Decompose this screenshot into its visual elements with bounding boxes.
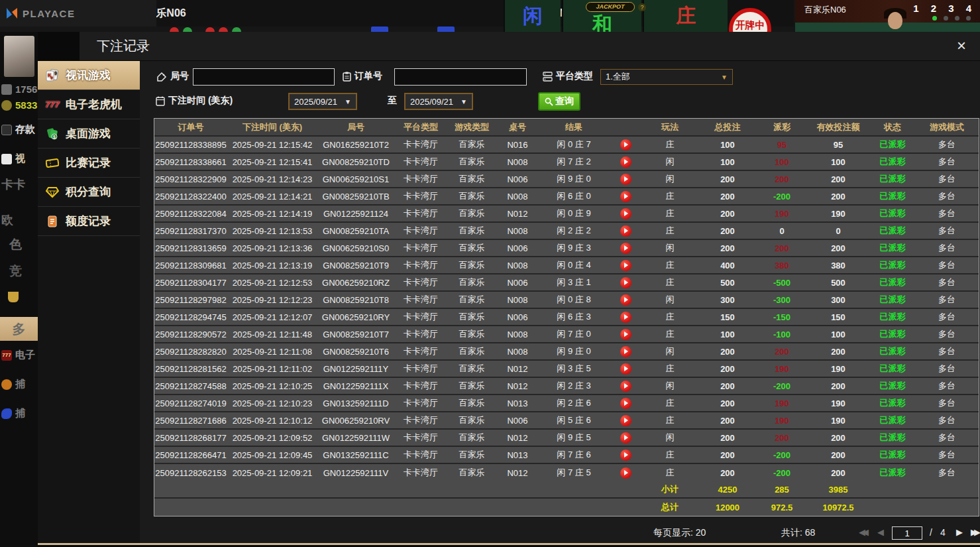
- user-icon: [1, 84, 12, 95]
- cell-bet-time: 2025-09-21 12:14:21: [227, 192, 317, 202]
- subtotal-payout: 285: [757, 485, 806, 495]
- cell-game-mode: 多台: [915, 328, 979, 340]
- cell-order-number: 250921128266471: [154, 450, 227, 460]
- cell-valid-bet: 190: [806, 364, 870, 374]
- replay-icon[interactable]: [620, 208, 631, 219]
- replay-icon[interactable]: [620, 363, 631, 375]
- menu-item-match-records[interactable]: 比赛记录: [38, 149, 140, 178]
- cell-valid-bet: 190: [806, 209, 870, 219]
- replay-icon[interactable]: [620, 225, 631, 237]
- replay-icon[interactable]: [620, 432, 631, 444]
- close-icon[interactable]: ×: [952, 37, 971, 56]
- bg-europe-item: 欧: [1, 212, 38, 228]
- cell-table-number: N012: [496, 433, 539, 443]
- replay-icon[interactable]: [620, 346, 631, 357]
- cell-round-number: GN0122592111Y: [317, 364, 394, 374]
- cell-platform: 卡卡湾厅: [394, 328, 447, 340]
- round-number-input[interactable]: [193, 68, 335, 86]
- cell-table-number: N008: [496, 261, 539, 271]
- cell-total-bet: 500: [698, 278, 757, 288]
- cell-replay: [609, 294, 642, 306]
- cell-game-type: 百家乐: [447, 156, 496, 168]
- background-top-bar: 1 台号:百家乐N06 游戏局号:GN006259210S4 PLAYACE 闲…: [0, 0, 980, 32]
- col-header-payout: 派彩: [757, 121, 806, 133]
- next-page-icon[interactable]: ▶: [956, 527, 963, 537]
- cell-valid-bet: 200: [806, 468, 870, 478]
- cell-play-type: 庄: [642, 311, 698, 323]
- order-number-input[interactable]: [394, 68, 527, 86]
- replay-icon[interactable]: [620, 381, 631, 392]
- cell-platform: 卡卡湾厅: [394, 225, 447, 237]
- diamond-icon: [44, 185, 60, 200]
- cell-bet-time: 2025-09-21 12:13:36: [227, 243, 317, 253]
- menu-item-slots[interactable]: 777 电子老虎机: [38, 90, 140, 119]
- cell-status: 已派彩: [870, 380, 915, 392]
- table-row: 250921128282820 2025-09-21 12:11:08 GN00…: [154, 343, 979, 361]
- cell-game-type: 百家乐: [447, 414, 496, 426]
- replay-icon[interactable]: [620, 450, 631, 461]
- col-header-order: 订单号: [154, 121, 227, 133]
- cell-round-number: GN008259210T6: [317, 347, 394, 357]
- cell-game-mode: 多台: [915, 414, 979, 426]
- replay-icon[interactable]: [620, 191, 631, 202]
- replay-icon[interactable]: [620, 277, 631, 288]
- replay-icon[interactable]: [620, 312, 631, 323]
- cell-game-type: 百家乐: [447, 311, 496, 323]
- order-filter-label: 订单号: [343, 70, 382, 82]
- page-number-input[interactable]: [892, 526, 922, 540]
- cell-valid-bet: 200: [806, 381, 870, 391]
- replay-icon[interactable]: [620, 156, 631, 168]
- cell-bet-time: 2025-09-21 12:09:21: [227, 468, 317, 478]
- fish-icon: [1, 408, 12, 419]
- date-from-value: 2025/09/21: [294, 97, 337, 107]
- cell-table-number: N008: [496, 295, 539, 305]
- cell-valid-bet: 380: [806, 261, 870, 271]
- brand-logo: PLAYACE: [0, 0, 156, 27]
- replay-icon[interactable]: [620, 174, 631, 185]
- round-filter-label: 局号: [157, 70, 189, 82]
- cell-round-number: GN0132592111D: [317, 398, 394, 408]
- cell-result: 闲 0 庄 7: [539, 139, 609, 151]
- replay-icon[interactable]: [620, 398, 631, 409]
- replay-icon[interactable]: [620, 294, 631, 306]
- cell-status: 已派彩: [870, 173, 915, 185]
- replay-icon[interactable]: [620, 260, 631, 271]
- replay-icon[interactable]: [620, 415, 631, 426]
- query-button[interactable]: 查询: [538, 92, 580, 111]
- replay-icon[interactable]: [620, 139, 631, 151]
- platform-type-select[interactable]: 1.全部 ▼: [600, 69, 733, 85]
- replay-icon[interactable]: [620, 467, 631, 479]
- cell-table-number: N012: [496, 364, 539, 374]
- replay-icon[interactable]: [620, 329, 631, 340]
- menu-item-quota-records[interactable]: 额度记录: [38, 207, 140, 236]
- cell-replay: [609, 156, 642, 168]
- replay-icon[interactable]: [620, 243, 631, 254]
- cell-order-number: 250921128322084: [154, 209, 227, 219]
- menu-item-points-query[interactable]: 积分查询: [38, 178, 140, 207]
- cell-game-type: 百家乐: [447, 345, 496, 357]
- cell-order-number: 250921128274019: [154, 398, 227, 408]
- prev-page-icon[interactable]: ◀: [877, 527, 884, 537]
- cell-status: 已派彩: [870, 467, 915, 479]
- table-row: 250921128338661 2025-09-21 12:15:41 GN00…: [154, 154, 979, 171]
- score-glyph: [371, 27, 388, 32]
- cell-table-number: N008: [496, 347, 539, 357]
- last-page-icon[interactable]: ▶▶: [971, 527, 980, 537]
- date-from-select[interactable]: 2025/09/21 ▼: [288, 93, 357, 110]
- table-row: 250921128268177 2025-09-21 12:09:52 GN01…: [154, 430, 979, 447]
- first-page-icon[interactable]: ◀◀: [859, 527, 869, 537]
- cell-game-type: 百家乐: [447, 432, 496, 444]
- date-to-select[interactable]: 2025/09/21 ▼: [404, 93, 473, 110]
- bg-kaka-item: 卡卡: [1, 176, 38, 192]
- cell-game-type: 百家乐: [447, 467, 496, 479]
- total-pages-label: 4: [940, 527, 946, 538]
- bg-duo-item: 多: [0, 317, 38, 341]
- cell-game-type: 百家乐: [447, 276, 496, 288]
- cell-status: 已派彩: [870, 259, 915, 271]
- jackpot-badge: JACKPOT: [586, 2, 635, 12]
- cell-order-number: 250921128282820: [154, 347, 227, 357]
- menu-item-table-games[interactable]: $ 桌面游戏: [38, 119, 140, 149]
- cell-status: 已派彩: [870, 449, 915, 461]
- cell-total-bet: 200: [698, 433, 757, 443]
- menu-item-video-games[interactable]: 9 K ♥ 视讯游戏: [38, 61, 140, 90]
